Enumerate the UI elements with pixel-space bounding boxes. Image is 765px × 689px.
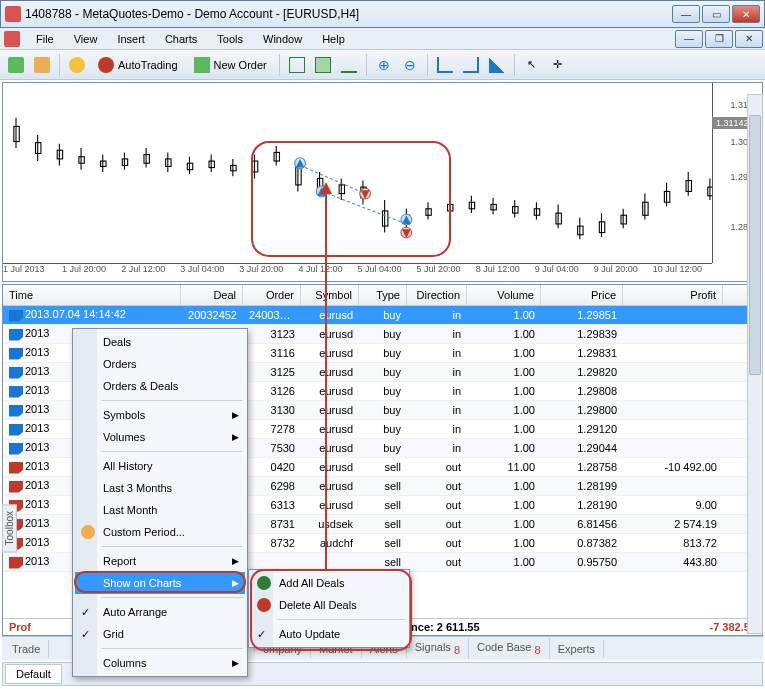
- chart-highlight-box: [251, 141, 451, 257]
- neworder-icon: [194, 57, 210, 73]
- shift-button[interactable]: [459, 53, 483, 77]
- chevron-right-icon: ▶: [232, 556, 239, 566]
- del-icon: [257, 598, 271, 612]
- mdi-minimize-button[interactable]: —: [675, 30, 703, 48]
- close-button[interactable]: ✕: [732, 5, 760, 23]
- menu-item-orders-deals[interactable]: Orders & Deals: [75, 375, 245, 397]
- menu-item-auto-update[interactable]: ✓Auto Update: [251, 623, 407, 645]
- col-volume[interactable]: Volume: [467, 285, 541, 305]
- tab-signals[interactable]: Signals 8: [407, 638, 469, 659]
- chevron-right-icon: ▶: [232, 410, 239, 420]
- neworder-label: New Order: [214, 59, 267, 71]
- scroll-button[interactable]: [433, 53, 457, 77]
- indicators-button[interactable]: [485, 53, 509, 77]
- col-symbol[interactable]: Symbol: [301, 285, 359, 305]
- col-profit[interactable]: Profit: [623, 285, 723, 305]
- new-chart-button[interactable]: [4, 53, 28, 77]
- menu-tools[interactable]: Tools: [207, 30, 253, 48]
- menu-item-all-history[interactable]: All History: [75, 455, 245, 477]
- menu-charts[interactable]: Charts: [155, 30, 207, 48]
- mdi-restore-button[interactable]: ❐: [705, 30, 733, 48]
- menu-item-volumes[interactable]: Volumes▶: [75, 426, 245, 448]
- context-submenu: Add All DealsDelete All Deals✓Auto Updat…: [248, 569, 410, 648]
- chevron-right-icon: ▶: [232, 578, 239, 588]
- sell-deal-icon: [9, 481, 23, 493]
- tab-experts[interactable]: Experts: [550, 640, 604, 658]
- zoom-in-button[interactable]: ⊕: [372, 53, 396, 77]
- app-icon: [5, 6, 21, 22]
- pause-icon: [98, 57, 114, 73]
- zoom-out-button[interactable]: ⊖: [398, 53, 422, 77]
- col-time[interactable]: Time: [3, 285, 181, 305]
- new-order-button[interactable]: New Order: [187, 53, 274, 77]
- col-type[interactable]: Type: [359, 285, 407, 305]
- tab-codebase[interactable]: Code Base 8: [469, 638, 550, 659]
- menu-item-show-on-charts[interactable]: Show on Charts▶: [75, 572, 245, 594]
- chart-x-axis: 1 Jul 20131 Jul 20:002 Jul 12:003 Jul 04…: [3, 263, 712, 281]
- menu-item-last-months[interactable]: Last 3 Months: [75, 477, 245, 499]
- menu-item-delete-all-deals[interactable]: Delete All Deals: [251, 594, 407, 616]
- menu-view[interactable]: View: [64, 30, 108, 48]
- menu-item-auto-arrange[interactable]: ✓Auto Arrange: [75, 601, 245, 623]
- menu-item-report[interactable]: Report▶: [75, 550, 245, 572]
- xtick: 9 Jul 04:00: [535, 264, 594, 281]
- menu-help[interactable]: Help: [312, 30, 355, 48]
- check-icon: ✓: [257, 628, 266, 641]
- menu-item-label: Report: [103, 555, 136, 567]
- price-chart[interactable]: 1.3169 1.31142 1.3083 1.2997 1.2852 1 Ju…: [2, 82, 763, 282]
- toolbar: AutoTrading New Order ⊕ ⊖ ↖ ✛: [0, 50, 765, 80]
- col-deal[interactable]: Deal: [181, 285, 243, 305]
- mdi-close-button[interactable]: ✕: [735, 30, 763, 48]
- sell-deal-icon: [9, 557, 23, 569]
- sell-deal-icon: [9, 462, 23, 474]
- col-price[interactable]: Price: [541, 285, 623, 305]
- maximize-button[interactable]: ▭: [702, 5, 730, 23]
- col-dir[interactable]: Direction: [407, 285, 467, 305]
- candle-chart-button[interactable]: [311, 53, 335, 77]
- autotrading-label: AutoTrading: [118, 59, 178, 71]
- menu-item-last-month[interactable]: Last Month: [75, 499, 245, 521]
- tab-trade[interactable]: Trade: [4, 640, 49, 658]
- crosshair-icon: ✛: [553, 58, 562, 71]
- autotrading-button[interactable]: AutoTrading: [91, 53, 185, 77]
- footer-profit-value: -7 382.55: [656, 621, 756, 633]
- table-row[interactable]: 2013.07.04 14:14:422003245224003112eurus…: [3, 306, 762, 325]
- zoom-in-icon: ⊕: [378, 57, 390, 73]
- menu-item-label: Last 3 Months: [103, 482, 172, 494]
- chart-tab-default[interactable]: Default: [5, 664, 62, 684]
- line-chart-button[interactable]: [337, 53, 361, 77]
- cursor-button[interactable]: ↖: [520, 53, 544, 77]
- svg-rect-58: [643, 202, 648, 215]
- col-order[interactable]: Order: [243, 285, 301, 305]
- menu-item-custom-period-[interactable]: Custom Period...: [75, 521, 245, 543]
- menu-item-label: Symbols: [103, 409, 145, 421]
- buy-deal-icon: [9, 386, 23, 398]
- scrollbar-thumb[interactable]: [749, 115, 761, 375]
- buy-deal-icon: [9, 348, 23, 360]
- minimize-button[interactable]: —: [672, 5, 700, 23]
- crosshair-button[interactable]: ✛: [546, 53, 570, 77]
- toolbox-sidebar-label[interactable]: Toolbox: [2, 504, 17, 552]
- cursor-icon: ↖: [527, 58, 536, 71]
- menu-item-orders[interactable]: Orders: [75, 353, 245, 375]
- xtick: 2 Jul 12:00: [121, 264, 180, 281]
- menu-item-deals[interactable]: Deals: [75, 331, 245, 353]
- zoom-out-icon: ⊖: [404, 57, 416, 73]
- menu-insert[interactable]: Insert: [107, 30, 155, 48]
- menu-item-columns[interactable]: Columns▶: [75, 652, 245, 674]
- vertical-scrollbar[interactable]: [747, 94, 763, 634]
- chevron-right-icon: ▶: [232, 658, 239, 668]
- xtick: 5 Jul 04:00: [357, 264, 416, 281]
- buy-deal-icon: [9, 310, 23, 322]
- xtick: 1 Jul 2013: [3, 264, 62, 281]
- menu-window[interactable]: Window: [253, 30, 312, 48]
- menu-file[interactable]: File: [26, 30, 64, 48]
- profiles-button[interactable]: [30, 53, 54, 77]
- chevron-right-icon: ▶: [232, 432, 239, 442]
- menu-item-add-all-deals[interactable]: Add All Deals: [251, 572, 407, 594]
- menu-item-symbols[interactable]: Symbols▶: [75, 404, 245, 426]
- bar-chart-button[interactable]: [285, 53, 309, 77]
- menu-item-label: All History: [103, 460, 153, 472]
- market-watch-button[interactable]: [65, 53, 89, 77]
- menu-item-grid[interactable]: ✓Grid: [75, 623, 245, 645]
